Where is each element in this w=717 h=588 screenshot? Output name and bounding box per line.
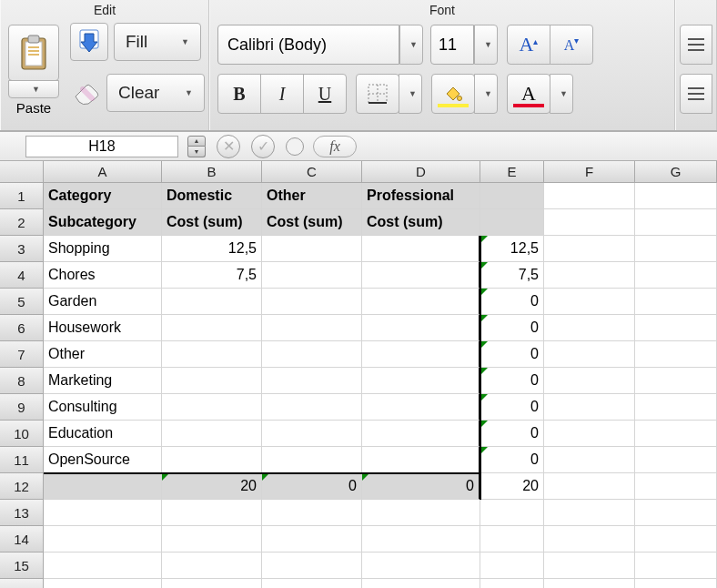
- cell[interactable]: [362, 262, 480, 289]
- cell[interactable]: 7,5: [162, 262, 262, 289]
- cell[interactable]: [635, 183, 717, 209]
- fill-color-dropdown[interactable]: ▼: [474, 74, 498, 114]
- name-box-stepper[interactable]: ▲ ▼: [187, 136, 206, 157]
- cell[interactable]: [362, 394, 480, 421]
- cell[interactable]: 12,5: [480, 236, 544, 262]
- cell[interactable]: [635, 262, 717, 289]
- cell[interactable]: [544, 236, 635, 262]
- italic-button[interactable]: I: [260, 74, 304, 114]
- cell[interactable]: [262, 553, 362, 579]
- column-header[interactable]: G: [635, 161, 717, 183]
- row-header[interactable]: 3: [0, 236, 44, 262]
- cell[interactable]: [635, 236, 717, 262]
- cell[interactable]: [262, 394, 362, 421]
- paste-dropdown[interactable]: ▼: [8, 80, 59, 98]
- confirm-edit-button[interactable]: ✓: [251, 135, 275, 158]
- cell[interactable]: [480, 553, 544, 579]
- cell[interactable]: [635, 341, 717, 368]
- cell[interactable]: [362, 447, 480, 473]
- cell[interactable]: [362, 579, 480, 588]
- cell[interactable]: [635, 579, 717, 588]
- cell[interactable]: Subcategory: [44, 209, 162, 236]
- cell[interactable]: [362, 553, 480, 579]
- cell[interactable]: [262, 262, 362, 289]
- cell[interactable]: [544, 447, 635, 473]
- cell[interactable]: 0: [480, 289, 544, 315]
- borders-button[interactable]: [356, 74, 399, 114]
- cell[interactable]: 0: [480, 394, 544, 421]
- cell[interactable]: [362, 341, 480, 368]
- cell[interactable]: [162, 447, 262, 473]
- cell[interactable]: Marketing: [44, 368, 162, 394]
- stepper-down-icon[interactable]: ▼: [187, 147, 206, 157]
- fill-icon-button[interactable]: [70, 23, 108, 61]
- cell[interactable]: [544, 394, 635, 421]
- cell[interactable]: [635, 473, 717, 500]
- cell[interactable]: [635, 394, 717, 421]
- row-header[interactable]: 11: [0, 447, 44, 473]
- cell[interactable]: [162, 394, 262, 421]
- cell[interactable]: Other: [44, 341, 162, 368]
- cell[interactable]: Housework: [44, 315, 162, 341]
- column-header[interactable]: D: [362, 161, 480, 183]
- cell[interactable]: [162, 421, 262, 447]
- cell[interactable]: Domestic: [162, 183, 262, 209]
- cell[interactable]: [44, 473, 162, 500]
- cell[interactable]: [544, 368, 635, 394]
- cell[interactable]: [635, 289, 717, 315]
- cell[interactable]: [544, 289, 635, 315]
- cell[interactable]: 0: [480, 421, 544, 447]
- row-header[interactable]: 4: [0, 262, 44, 289]
- cell[interactable]: [362, 315, 480, 341]
- cell[interactable]: [480, 183, 544, 209]
- row-header[interactable]: 13: [0, 500, 44, 526]
- formula-dot-button[interactable]: [286, 137, 304, 156]
- cell[interactable]: Education: [44, 421, 162, 447]
- name-box[interactable]: H18: [25, 136, 178, 157]
- cell[interactable]: Chores: [44, 262, 162, 289]
- cell[interactable]: [162, 500, 262, 526]
- cell[interactable]: [544, 209, 635, 236]
- stepper-up-icon[interactable]: ▲: [187, 136, 206, 147]
- cell[interactable]: Shopping: [44, 236, 162, 262]
- cell[interactable]: 0: [480, 447, 544, 473]
- cell[interactable]: [44, 579, 162, 588]
- row-header[interactable]: 14: [0, 526, 44, 553]
- cell[interactable]: Garden: [44, 289, 162, 315]
- cell[interactable]: [480, 500, 544, 526]
- cell[interactable]: [262, 236, 362, 262]
- align-button-1[interactable]: [680, 25, 712, 65]
- select-all-corner[interactable]: [0, 161, 44, 183]
- cell[interactable]: [544, 553, 635, 579]
- column-header[interactable]: C: [262, 161, 362, 183]
- cell[interactable]: [635, 209, 717, 236]
- row-header[interactable]: 16: [0, 579, 44, 588]
- row-header[interactable]: 1: [0, 183, 44, 209]
- cell[interactable]: Cost (sum): [362, 209, 480, 236]
- cell[interactable]: [362, 236, 480, 262]
- clear-button[interactable]: Clear ▼: [106, 74, 205, 112]
- cell[interactable]: [635, 500, 717, 526]
- cell[interactable]: [362, 368, 480, 394]
- cell[interactable]: [544, 262, 635, 289]
- cancel-edit-button[interactable]: ✕: [217, 135, 240, 158]
- cell[interactable]: [44, 500, 162, 526]
- cell[interactable]: [635, 526, 717, 553]
- cell[interactable]: [635, 447, 717, 473]
- column-header[interactable]: B: [162, 161, 262, 183]
- cell[interactable]: [544, 421, 635, 447]
- cell[interactable]: [544, 526, 635, 553]
- cell[interactable]: [480, 579, 544, 588]
- underline-button[interactable]: U: [303, 74, 347, 114]
- font-name-select[interactable]: Calibri (Body): [217, 25, 399, 65]
- insert-function-button[interactable]: fx: [313, 136, 357, 157]
- row-header[interactable]: 5: [0, 289, 44, 315]
- font-size-select[interactable]: 11: [430, 25, 474, 65]
- row-header[interactable]: 6: [0, 315, 44, 341]
- row-header[interactable]: 15: [0, 553, 44, 579]
- cell[interactable]: [162, 341, 262, 368]
- cell[interactable]: [635, 421, 717, 447]
- font-size-dropdown[interactable]: ▼: [474, 25, 498, 65]
- cell[interactable]: 7,5: [480, 262, 544, 289]
- cell[interactable]: [262, 315, 362, 341]
